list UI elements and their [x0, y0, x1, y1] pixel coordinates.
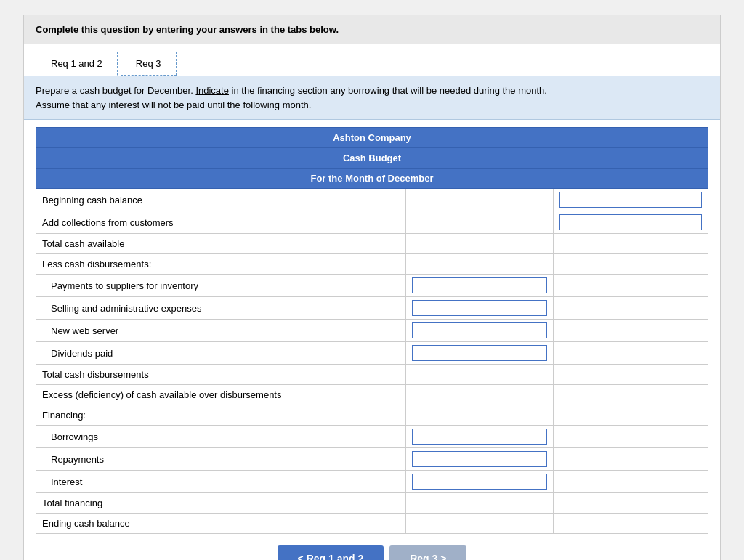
- instruction-text: Complete this question by entering your …: [36, 24, 339, 35]
- col2-total-financing: [554, 493, 708, 514]
- label-collections: Add collections from customers: [36, 211, 406, 234]
- col1-financing: [405, 405, 554, 426]
- input-payments-suppliers[interactable]: [412, 277, 548, 293]
- tabs-row: Req 1 and 2 Req 3: [24, 44, 720, 76]
- row-web-server: New web server: [36, 320, 708, 342]
- label-ending-cash: Ending cash balance: [36, 514, 406, 534]
- col1-less-disbursements: [405, 254, 554, 275]
- row-ending-cash: Ending cash balance: [36, 514, 708, 534]
- row-financing-header: Financing:: [36, 405, 708, 426]
- col2-financing: [554, 405, 708, 426]
- col1-total-disbursements: [405, 365, 554, 385]
- input-borrowings[interactable]: [412, 429, 548, 445]
- col1-selling-admin[interactable]: [405, 297, 554, 320]
- label-beginning-cash: Beginning cash balance: [36, 189, 406, 211]
- input-beginning-cash[interactable]: [559, 192, 702, 208]
- input-collections[interactable]: [559, 214, 702, 230]
- col1-ending-cash: [405, 514, 554, 534]
- label-interest: Interest: [36, 471, 406, 493]
- col2-selling-admin: [554, 297, 708, 320]
- label-selling-admin: Selling and administrative expenses: [36, 297, 406, 320]
- next-button[interactable]: Req 3 >: [389, 545, 466, 560]
- col2-dividends: [554, 342, 708, 365]
- col2-excess-deficiency: [554, 385, 708, 405]
- report-title: Cash Budget: [36, 148, 708, 169]
- input-interest[interactable]: [412, 474, 548, 490]
- bottom-nav: < Req 1 and 2 Req 3 >: [24, 534, 720, 560]
- col1-web-server[interactable]: [405, 320, 554, 342]
- col1-repayments[interactable]: [405, 448, 554, 471]
- row-less-disbursements-header: Less cash disbursements:: [36, 254, 708, 275]
- col1-excess-deficiency: [405, 385, 554, 405]
- col1-interest[interactable]: [405, 471, 554, 493]
- col2-payments-suppliers: [554, 275, 708, 297]
- label-payments-suppliers: Payments to suppliers for inventory: [36, 275, 406, 297]
- row-selling-admin: Selling and administrative expenses: [36, 297, 708, 320]
- label-total-financing: Total financing: [36, 493, 406, 514]
- budget-table: Ashton Company Cash Budget For the Month…: [36, 127, 708, 534]
- row-excess-deficiency: Excess (deficiency) of cash available ov…: [36, 385, 708, 405]
- input-repayments[interactable]: [412, 451, 548, 467]
- col2-ending-cash: [554, 514, 708, 534]
- table-header-company: Ashton Company: [36, 128, 708, 148]
- col2-collections[interactable]: [554, 211, 708, 234]
- instruction-bar: Complete this question by entering your …: [24, 15, 720, 44]
- company-name: Ashton Company: [36, 128, 708, 148]
- prev-button[interactable]: < Req 1 and 2: [278, 545, 384, 560]
- col1-payments-suppliers[interactable]: [405, 275, 554, 297]
- report-period: For the Month of December: [36, 169, 708, 189]
- col2-interest: [554, 471, 708, 493]
- row-total-financing: Total financing: [36, 493, 708, 514]
- table-header-period: For the Month of December: [36, 169, 708, 189]
- table-header-title: Cash Budget: [36, 148, 708, 169]
- row-payments-suppliers: Payments to suppliers for inventory: [36, 275, 708, 297]
- label-excess-deficiency: Excess (deficiency) of cash available ov…: [36, 385, 406, 405]
- label-web-server: New web server: [36, 320, 406, 342]
- input-web-server[interactable]: [412, 322, 548, 338]
- row-repayments: Repayments: [36, 448, 708, 471]
- col1-beginning-cash: [405, 189, 554, 211]
- col2-less-disbursements: [554, 254, 708, 275]
- label-dividends: Dividends paid: [36, 342, 406, 365]
- row-borrowings: Borrowings: [36, 426, 708, 448]
- label-borrowings: Borrowings: [36, 426, 406, 448]
- col2-total-cash-available: [554, 234, 708, 254]
- input-dividends[interactable]: [412, 345, 548, 361]
- row-dividends: Dividends paid: [36, 342, 708, 365]
- col2-total-disbursements: [554, 365, 708, 385]
- label-financing: Financing:: [36, 405, 406, 426]
- col1-borrowings[interactable]: [405, 426, 554, 448]
- label-total-disbursements: Total cash disbursements: [36, 365, 406, 385]
- main-container: Complete this question by entering your …: [23, 15, 721, 560]
- row-total-disbursements: Total cash disbursements: [36, 365, 708, 385]
- row-interest: Interest: [36, 471, 708, 493]
- col2-beginning-cash[interactable]: [554, 189, 708, 211]
- row-collections: Add collections from customers: [36, 211, 708, 234]
- input-selling-admin[interactable]: [412, 300, 548, 316]
- tab-req-3[interactable]: Req 3: [121, 52, 177, 76]
- col1-total-cash-available: [405, 234, 554, 254]
- description-bar: Prepare a cash budget for December. Indi…: [24, 76, 720, 120]
- tab-req-1-and-2[interactable]: Req 1 and 2: [36, 52, 118, 76]
- col2-borrowings: [554, 426, 708, 448]
- col2-web-server: [554, 320, 708, 342]
- col2-repayments: [554, 448, 708, 471]
- col1-total-financing: [405, 493, 554, 514]
- col1-collections: [405, 211, 554, 234]
- table-wrapper: Ashton Company Cash Budget For the Month…: [24, 127, 720, 534]
- label-repayments: Repayments: [36, 448, 406, 471]
- col1-dividends[interactable]: [405, 342, 554, 365]
- row-total-cash-available: Total cash available: [36, 234, 708, 254]
- row-beginning-cash: Beginning cash balance: [36, 189, 708, 211]
- label-total-cash-available: Total cash available: [36, 234, 406, 254]
- label-less-disbursements: Less cash disbursements:: [36, 254, 406, 275]
